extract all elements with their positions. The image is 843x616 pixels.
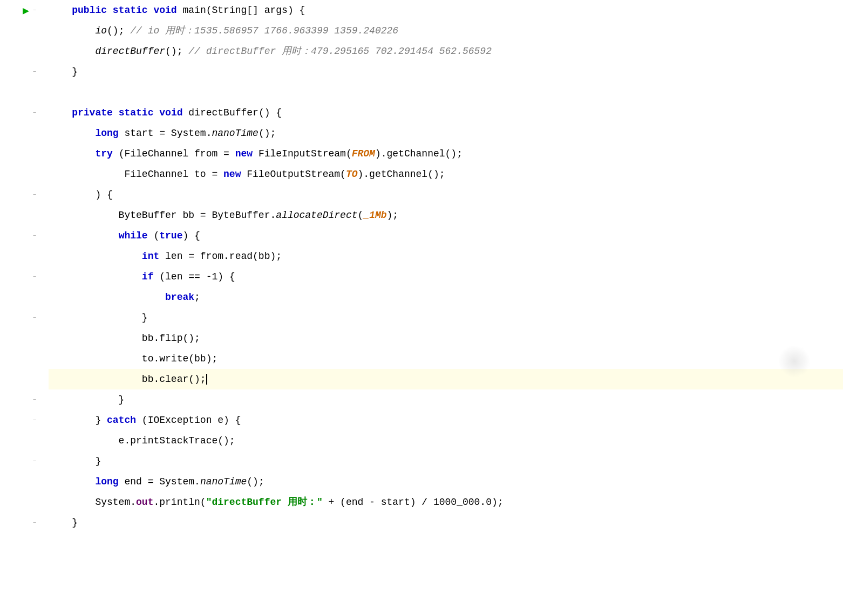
code-line: long start = System.nanoTime(); bbox=[49, 123, 843, 143]
code-line: ) { bbox=[49, 184, 843, 205]
code-line: break; bbox=[49, 287, 843, 307]
code-token-kw: try bbox=[95, 143, 112, 164]
code-token-kw-type: int bbox=[142, 246, 159, 266]
code-token-kw: while bbox=[119, 225, 148, 246]
code-line: try (FileChannel from = new FileInputStr… bbox=[49, 143, 843, 164]
code-line: public static void main(String[] args) { bbox=[49, 0, 843, 20]
code-token-plain bbox=[113, 102, 119, 123]
code-token-plain: (FileChannel from = bbox=[113, 143, 235, 164]
code-token-const: _1Mb bbox=[363, 205, 386, 225]
code-token-plain: e.printStackTrace(); bbox=[49, 430, 235, 451]
code-token-comment: // io 用时：1535.586957 1766.963399 1359.24… bbox=[130, 20, 398, 41]
code-token-plain: FileOutputStream( bbox=[241, 164, 345, 184]
code-token-plain: (len == -1) { bbox=[153, 266, 235, 287]
code-token-italic: io bbox=[95, 20, 107, 41]
gutter-row bbox=[0, 246, 43, 266]
gutter-row bbox=[0, 41, 43, 61]
code-token-italic: allocateDirect bbox=[276, 205, 357, 225]
code-token-kw: static bbox=[113, 0, 148, 20]
code-token-plain bbox=[148, 0, 154, 20]
fold-arrow[interactable]: – bbox=[30, 518, 39, 527]
code-line: io(); // io 用时：1535.586957 1766.963399 1… bbox=[49, 20, 843, 41]
code-token-plain: ).getChannel(); bbox=[375, 143, 463, 164]
code-token-comment: // directBuffer 用时：479.295165 702.291454… bbox=[188, 41, 492, 61]
code-token-kw: static bbox=[119, 102, 154, 123]
code-line: to.write(bb); bbox=[49, 348, 843, 369]
gutter-row bbox=[0, 430, 43, 451]
code-token-plain: to.write(bb); bbox=[49, 348, 217, 369]
fold-arrow[interactable]: – bbox=[30, 67, 39, 76]
code-token-plain: .println( bbox=[153, 492, 206, 512]
code-token-sysout: out bbox=[136, 492, 153, 512]
run-icon[interactable]: ▶ bbox=[23, 4, 29, 17]
code-token-plain bbox=[49, 0, 72, 20]
fold-arrow[interactable]: – bbox=[30, 416, 39, 425]
code-line: int len = from.read(bb); bbox=[49, 246, 843, 266]
gutter-row: – bbox=[0, 102, 43, 123]
code-token-plain: start = System. bbox=[119, 123, 212, 143]
gutter-row: – bbox=[0, 266, 43, 287]
fold-arrow[interactable]: – bbox=[30, 231, 39, 240]
code-token-plain bbox=[49, 123, 95, 143]
code-token-kw: new bbox=[235, 143, 253, 164]
code-token-plain: (); bbox=[259, 123, 276, 143]
code-token-plain: directBuffer() { bbox=[183, 102, 282, 123]
code-token-italic: nanoTime bbox=[212, 123, 258, 143]
code-line: ByteBuffer bb = ByteBuffer.allocateDirec… bbox=[49, 205, 843, 225]
code-token-plain: + (end - start) / 1000_000.0); bbox=[323, 492, 504, 512]
code-line: long end = System.nanoTime(); bbox=[49, 471, 843, 492]
code-token-plain: } bbox=[49, 307, 148, 328]
code-token-plain bbox=[49, 102, 72, 123]
code-line: e.printStackTrace(); bbox=[49, 430, 843, 451]
code-token-plain: bb.clear(); bbox=[49, 369, 206, 389]
code-line: while (true) { bbox=[49, 225, 843, 246]
code-token-kw-type: long bbox=[95, 123, 118, 143]
gutter-row bbox=[0, 82, 43, 102]
code-token-kw: private bbox=[72, 102, 113, 123]
fold-arrow[interactable]: – bbox=[30, 190, 39, 199]
watermark-decoration bbox=[778, 345, 811, 378]
gutter-row: – bbox=[0, 389, 43, 410]
code-token-plain bbox=[49, 20, 95, 41]
gutter-row: – bbox=[0, 451, 43, 471]
text-cursor bbox=[206, 374, 207, 385]
code-token-plain: ).getChannel(); bbox=[358, 164, 445, 184]
code-token-plain bbox=[49, 287, 165, 307]
code-token-plain bbox=[107, 0, 113, 20]
code-token-plain: } bbox=[49, 451, 101, 471]
code-token-kw: void bbox=[153, 0, 176, 20]
code-token-plain bbox=[153, 102, 159, 123]
code-token-plain: len = from.read(bb); bbox=[159, 246, 282, 266]
code-token-plain: ) { bbox=[49, 184, 113, 205]
code-line: } catch (IOException e) { bbox=[49, 410, 843, 430]
code-token-kw: break bbox=[165, 287, 194, 307]
code-line: System.out.println("directBuffer 用时：" + … bbox=[49, 492, 843, 512]
code-line: } bbox=[49, 307, 843, 328]
gutter-row bbox=[0, 287, 43, 307]
code-token-plain: FileChannel to = bbox=[49, 164, 223, 184]
gutter-row: – bbox=[0, 225, 43, 246]
gutter-row bbox=[0, 471, 43, 492]
code-line: } bbox=[49, 389, 843, 410]
gutter-row bbox=[0, 348, 43, 369]
fold-arrow[interactable]: – bbox=[30, 457, 39, 466]
fold-arrow[interactable]: – bbox=[30, 313, 39, 322]
code-line: } bbox=[49, 451, 843, 471]
code-line: bb.flip(); bbox=[49, 328, 843, 348]
code-token-plain: ; bbox=[194, 287, 200, 307]
fold-arrow[interactable]: – bbox=[30, 108, 39, 117]
gutter-row: – bbox=[0, 307, 43, 328]
code-line bbox=[49, 82, 843, 102]
code-token-plain: end = System. bbox=[119, 471, 200, 492]
code-line: bb.clear(); bbox=[49, 369, 843, 389]
code-token-plain bbox=[49, 225, 119, 246]
code-token-kw: new bbox=[223, 164, 241, 184]
fold-arrow[interactable]: – bbox=[30, 395, 39, 404]
code-token-kw: void bbox=[159, 102, 182, 123]
fold-arrow[interactable]: – bbox=[30, 6, 39, 15]
code-token-kw: true bbox=[159, 225, 182, 246]
code-token-plain: } bbox=[49, 410, 107, 430]
code-token-plain: (IOException e) { bbox=[136, 410, 241, 430]
gutter-row bbox=[0, 328, 43, 348]
fold-arrow[interactable]: – bbox=[30, 272, 39, 281]
